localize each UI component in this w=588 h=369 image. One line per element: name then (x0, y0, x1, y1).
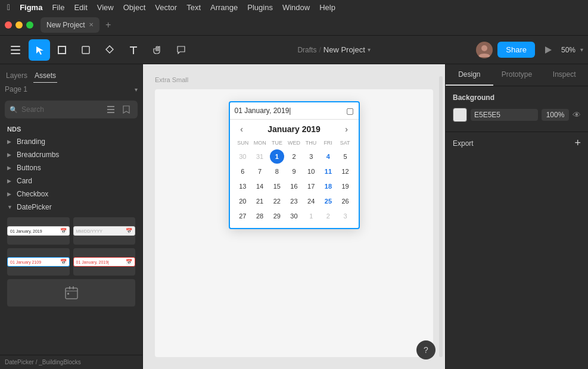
hand-tool[interactable] (147, 39, 168, 61)
menu-vector[interactable]: Vector (155, 3, 177, 12)
calendar-date[interactable]: 17 (304, 179, 318, 193)
menu-arrange[interactable]: Arrange (210, 3, 238, 12)
current-tab[interactable]: New Project ✕ (41, 17, 99, 33)
share-button[interactable]: Share (497, 42, 535, 58)
calendar-icon[interactable]: ▢ (346, 106, 354, 115)
calendar-date[interactable]: 3 (338, 209, 353, 223)
calendar-date[interactable]: 2 (321, 209, 335, 223)
help-button[interactable]: ? (416, 340, 435, 359)
menu-window[interactable]: Window (282, 3, 310, 12)
zoom-level[interactable]: 50% (561, 46, 575, 54)
calendar-date[interactable]: 16 (287, 179, 301, 193)
shape-tool[interactable] (75, 39, 97, 61)
calendar-date[interactable]: 11 (321, 164, 335, 179)
asset-item-card[interactable]: Card (2, 174, 140, 187)
calendar-date[interactable]: 30 (235, 149, 250, 164)
calendar-date[interactable]: 31 (253, 149, 267, 164)
asset-item-breadcrumbs[interactable]: Breadcrumbs (2, 148, 140, 161)
calendar-date[interactable]: 4 (321, 149, 335, 164)
calendar-date[interactable]: 26 (338, 194, 353, 208)
select-tool[interactable] (29, 39, 50, 61)
calendar-date[interactable]: 2 (287, 149, 301, 164)
tab-assets[interactable]: Assets (33, 69, 57, 83)
calendar-date[interactable]: 9 (287, 164, 301, 179)
menu-object[interactable]: Object (123, 3, 146, 12)
hamburger-menu-button[interactable] (5, 39, 26, 61)
calendar-date[interactable]: 27 (235, 209, 250, 223)
date-input-field[interactable] (235, 107, 344, 115)
calendar-date[interactable]: 21 (253, 194, 267, 208)
calendar-date[interactable]: 6 (235, 164, 250, 179)
calendar-date[interactable]: 18 (321, 179, 335, 193)
calendar-date[interactable]: 19 (338, 179, 353, 193)
next-month-button[interactable]: › (340, 124, 352, 134)
tab-layers[interactable]: Layers (5, 69, 29, 83)
visibility-toggle[interactable]: 👁 (573, 110, 581, 120)
pen-tool[interactable] (99, 39, 120, 61)
search-input[interactable] (21, 105, 101, 114)
window-minimize[interactable] (15, 21, 23, 29)
thumb-focus[interactable]: 01 January 2109 📅 (7, 248, 70, 276)
menu-edit[interactable]: Edit (74, 3, 87, 12)
calendar-date[interactable]: 7 (253, 164, 267, 179)
calendar-date[interactable]: 15 (270, 179, 284, 193)
calendar-date[interactable]: 10 (304, 164, 318, 179)
chevron-down-icon[interactable]: ▾ (368, 46, 371, 53)
opacity-value[interactable]: 100% (542, 109, 569, 121)
canvas-scrollbar[interactable] (439, 76, 443, 357)
export-add-button[interactable]: + (574, 137, 581, 149)
svg-rect-3 (58, 46, 66, 47)
tab-inspect[interactable]: Inspect (540, 64, 588, 86)
menu-help[interactable]: Help (319, 3, 335, 12)
zoom-chevron-icon[interactable]: ▾ (580, 46, 583, 53)
color-code[interactable]: E5E5E5 (471, 109, 538, 121)
menu-view[interactable]: View (97, 3, 114, 12)
thumb-error[interactable]: 01 January, 2019| 📅 (73, 248, 136, 276)
asset-item-datepicker[interactable]: DatePicker (2, 201, 140, 214)
calendar-date[interactable]: 14 (253, 179, 267, 193)
book-icon[interactable] (120, 103, 133, 116)
calendar-date[interactable]: 28 (253, 209, 267, 223)
calendar-date[interactable]: 29 (270, 209, 284, 223)
calendar-date[interactable]: 3 (304, 149, 318, 164)
calendar-date[interactable]: 13 (235, 179, 250, 193)
tab-prototype[interactable]: Prototype (493, 64, 541, 86)
text-tool[interactable] (123, 39, 144, 61)
calendar-date[interactable]: 25 (321, 194, 335, 208)
calendar-date[interactable]: 12 (338, 164, 353, 179)
calendar-date[interactable]: 20 (235, 194, 250, 208)
page-chevron-icon[interactable]: ▾ (135, 86, 138, 93)
calendar-date[interactable]: 1 (270, 149, 284, 164)
calendar-date[interactable]: 22 (270, 194, 284, 208)
window-close[interactable] (5, 21, 12, 29)
tab-close-icon[interactable]: ✕ (89, 21, 94, 28)
drafts-label[interactable]: Drafts (297, 46, 316, 54)
calendar-date[interactable]: 30 (287, 209, 301, 223)
menu-plugins[interactable]: Plugins (247, 3, 273, 12)
new-tab-button[interactable]: + (102, 18, 115, 32)
thumb-disabled[interactable]: MM/DD/YYYY 📅 (73, 217, 136, 245)
prev-month-button[interactable]: ‹ (236, 124, 248, 134)
calendar-date[interactable]: 23 (287, 194, 301, 208)
asset-item-checkbox[interactable]: Checkbox (2, 187, 140, 201)
thumb-icon-single[interactable] (7, 279, 135, 307)
color-swatch[interactable] (453, 108, 467, 122)
asset-item-buttons[interactable]: Buttons (2, 161, 140, 174)
avatar[interactable] (476, 42, 493, 58)
thumb-normal[interactable]: 01 January, 2019 📅 (7, 217, 70, 245)
comment-tool[interactable] (170, 39, 192, 61)
chevron-right-icon (7, 139, 13, 145)
calendar-date[interactable]: 1 (304, 209, 318, 223)
project-name[interactable]: New Project (323, 45, 365, 54)
asset-item-branding[interactable]: Branding (2, 135, 140, 148)
play-button[interactable] (540, 42, 556, 58)
frame-tool[interactable] (51, 39, 73, 61)
tab-design[interactable]: Design (446, 64, 493, 86)
calendar-date[interactable]: 24 (304, 194, 318, 208)
menu-text[interactable]: Text (186, 3, 201, 12)
list-view-button[interactable] (104, 103, 117, 116)
window-maximize[interactable] (26, 21, 33, 29)
calendar-date[interactable]: 5 (338, 149, 353, 164)
calendar-date[interactable]: 8 (270, 164, 284, 179)
menu-file[interactable]: File (52, 3, 64, 12)
